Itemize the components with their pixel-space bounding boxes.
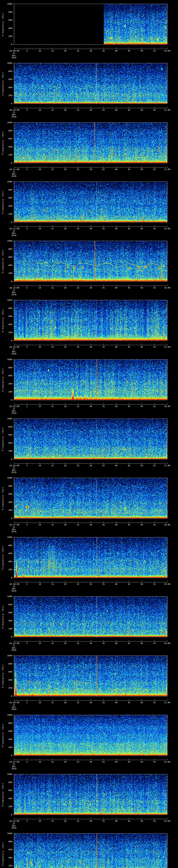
y-axis-title: Frequency (Hz) [2, 486, 4, 510]
x-tick-label: 30 [84, 287, 98, 289]
y-tick-label: 200 [0, 94, 12, 97]
x-tick-label: 35 [96, 227, 111, 230]
x-tick-label: 35 [96, 405, 111, 408]
x-tick-label: 25 [71, 820, 85, 823]
x-tick-label: 5 [20, 761, 34, 763]
x-tick-label: 10 [32, 405, 47, 408]
x-tick-label: 55 [147, 761, 162, 763]
x-tick-label: 30 [84, 109, 98, 111]
spectrogram-panel: Frequency (Hz)1000800600400200018:13:005… [0, 237, 178, 296]
spectrogram-panel: Frequency (Hz)1000800600400200018:11:005… [0, 119, 178, 178]
date-line: 2016 [7, 175, 21, 178]
y-tick-label: 400 [0, 87, 12, 89]
x-tick-label: 5 [20, 583, 34, 585]
x-tick-label: 10 [32, 168, 47, 170]
y-tick-label: 0 [0, 221, 12, 223]
y-tick-label: 200 [0, 509, 12, 512]
x-tick-label: 55 [147, 524, 162, 526]
y-tick-label: 0 [0, 399, 12, 401]
y-tick-label: 0 [0, 636, 12, 638]
x-tick-label: 10 [32, 346, 47, 348]
y-tick-label: 200 [0, 865, 12, 867]
x-tick-label: 50 [135, 50, 149, 52]
x-tick-label: 20 [58, 702, 72, 704]
x-tick-label: 40 [109, 50, 124, 52]
y-axis-title: Frequency (Hz) [2, 427, 4, 451]
x-tick-label: 40 [109, 109, 124, 111]
x-tick-label: 20 [58, 405, 72, 408]
x-tick-label: 50 [135, 227, 149, 230]
y-tick-label: 1000 [0, 477, 12, 479]
x-tick-label: 45 [122, 50, 136, 52]
x-tick-label: 15 [45, 465, 60, 467]
x-tick-label: 40 [109, 346, 124, 348]
x-tick-label: 25 [71, 109, 85, 111]
x-tick-label: 55 [147, 50, 162, 52]
x-tick-label: 10 [32, 820, 47, 823]
x-tick-label: 25 [71, 761, 85, 763]
x-tick-label: 20 [58, 287, 72, 289]
y-tick-label: 1000 [0, 181, 12, 183]
x-tick-label: 45 [122, 642, 136, 645]
y-tick-label: 1000 [0, 122, 12, 124]
y-tick-label: 800 [0, 11, 12, 13]
y-tick-label: 800 [0, 70, 12, 72]
panel-end-time-label: 10:00 [160, 50, 175, 52]
y-axis-title: Frequency (Hz) [2, 249, 4, 273]
x-tick-label: 30 [84, 50, 98, 52]
x-tick-label: 50 [135, 702, 149, 704]
x-tick-label: 15 [45, 109, 60, 111]
x-tick-label: 35 [96, 583, 111, 585]
y-tick-label: 0 [0, 102, 12, 105]
x-tick-label: 25 [71, 583, 85, 585]
y-tick-label: 400 [0, 264, 12, 267]
date-line: 2016 [7, 353, 21, 355]
y-tick-label: 1000 [0, 773, 12, 775]
y-tick-label: 200 [0, 806, 12, 808]
panel-end-time-label: 21:00 [160, 702, 175, 704]
x-tick-label: 55 [147, 465, 162, 467]
y-axis-title: Frequency (Hz) [2, 664, 4, 688]
y-tick-label: 800 [0, 367, 12, 369]
x-tick-label: 10 [32, 583, 47, 585]
x-tick-label: 40 [109, 465, 124, 467]
y-tick-label: 0 [0, 517, 12, 520]
y-tick-label: 200 [0, 213, 12, 215]
y-tick-label: 1000 [0, 418, 12, 420]
y-tick-label: 1000 [0, 832, 12, 835]
x-tick-label: 35 [96, 287, 111, 289]
x-tick-label: 15 [45, 168, 60, 170]
date-line: 2016 [7, 590, 21, 592]
x-tick-label: 30 [84, 702, 98, 704]
panel-end-time-label: 11:00 [160, 109, 175, 111]
x-tick-label: 15 [45, 583, 60, 585]
x-tick-label: 25 [71, 642, 85, 645]
spectrogram-panel: Frequency (Hz)1000800600400200018:17:005… [0, 474, 178, 533]
y-tick-label: 600 [0, 375, 12, 377]
x-tick-label: 50 [135, 465, 149, 467]
x-tick-label: 55 [147, 227, 162, 230]
y-tick-label: 800 [0, 248, 12, 250]
x-tick-label: 45 [122, 820, 136, 823]
panel-end-time-label: 22:00 [160, 761, 175, 763]
x-tick-label: 20 [58, 465, 72, 467]
x-tick-label: 15 [45, 702, 60, 704]
y-tick-label: 800 [0, 189, 12, 191]
panel-end-time-label: 17:00 [160, 465, 175, 467]
x-tick-label: 45 [122, 287, 136, 289]
y-tick-label: 0 [0, 280, 12, 283]
x-tick-label: 50 [135, 524, 149, 526]
x-tick-label: 55 [147, 287, 162, 289]
x-tick-label: 50 [135, 761, 149, 763]
x-tick-label: 5 [20, 524, 34, 526]
x-tick-label: 20 [58, 109, 72, 111]
date-line: 2016 [7, 708, 21, 711]
x-tick-label: 20 [58, 168, 72, 170]
y-tick-label: 800 [0, 781, 12, 784]
x-tick-label: 55 [147, 642, 162, 645]
panel-end-time-label: 23:00 [160, 820, 175, 823]
x-tick-label: 35 [96, 524, 111, 526]
y-axis-title: Frequency (Hz) [2, 131, 4, 155]
panel-end-time-label: 18:00 [160, 524, 175, 526]
x-tick-label: 45 [122, 761, 136, 763]
